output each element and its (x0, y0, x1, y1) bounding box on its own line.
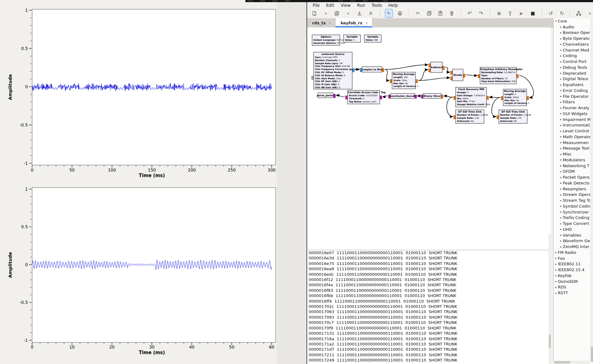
block-port[interactable] (478, 74, 480, 78)
expand-icon[interactable]: ▸ (554, 286, 558, 289)
block-port[interactable] (441, 95, 443, 98)
library-category-filters[interactable]: ▸Filters (553, 99, 593, 105)
flowgraph-block-ma1[interactable]: Moving AverageLength: 10kScale: 100uMax … (392, 72, 416, 89)
expand-icon[interactable]: ▸ (559, 43, 563, 46)
block-port[interactable] (487, 96, 489, 100)
block-port[interactable] (453, 96, 455, 100)
library-category-foo[interactable]: ▸Foo (553, 255, 593, 261)
expand-icon[interactable]: ▸ (554, 263, 558, 266)
expand-icon[interactable]: ▸ (559, 60, 563, 63)
toolbar-overflow-dropdown[interactable]: ▾ (587, 9, 593, 17)
console-panel[interactable]: 0000016e07 11110001100000000000110001 01… (307, 250, 551, 364)
block-port[interactable] (463, 74, 465, 77)
library-category-synchronizer[interactable]: ▸Synchronizer (553, 209, 593, 215)
flowgraph-block-sub[interactable]: Subtract (430, 62, 443, 73)
block-port[interactable] (450, 77, 452, 80)
expand-icon[interactable]: ▸ (554, 251, 558, 254)
reload-button[interactable]: ↺ (547, 9, 554, 17)
expand-icon[interactable]: ▸ (559, 199, 563, 202)
close-button[interactable]: × (367, 9, 374, 17)
library-category-file-operator[interactable]: ▸File Operator (553, 93, 593, 99)
library-category-digital-televi[interactable]: ▸Digital Televi (553, 76, 593, 82)
tab-rds-tx[interactable]: rds_tx × (307, 18, 336, 27)
library-category-channelizers[interactable]: ▸Channelizers (553, 41, 593, 47)
print-button[interactable] (396, 9, 403, 17)
plot-canvas[interactable] (32, 9, 276, 165)
expand-icon[interactable]: ▸ (559, 130, 563, 133)
library-category-control-port[interactable]: ▸Control Port (553, 59, 593, 64)
expand-icon[interactable]: ▸ (559, 153, 563, 156)
expand-icon[interactable]: ▸ (559, 181, 563, 184)
library-category-deprecated[interactable]: ▸Deprecated (553, 70, 593, 76)
expand-icon[interactable]: ▸ (559, 95, 563, 98)
expand-icon[interactable]: ▸ (554, 280, 558, 283)
block-port[interactable] (450, 71, 452, 75)
library-category-debug-tools[interactable]: ▸Debug Tools (553, 64, 593, 70)
block-port[interactable] (382, 68, 384, 72)
library-category-message-tool[interactable]: ▸Message Tool (553, 146, 593, 151)
block-port[interactable] (443, 66, 445, 70)
flowgraph-block-corr[interactable]: Correlate Access Code - TagAccess Code: … (347, 90, 380, 104)
tab-keyfob-rx[interactable]: keyfob_rx × (336, 18, 372, 27)
expand-icon[interactable]: ▸ (559, 176, 563, 179)
block-port[interactable] (416, 79, 418, 83)
library-category-instrumentati[interactable]: ▸Instrumentati (553, 122, 593, 128)
block-port[interactable] (453, 115, 455, 119)
block-port[interactable] (421, 95, 423, 98)
library-category-channel-mod[interactable]: ▸Channel Mod (553, 47, 593, 53)
menu-tools[interactable]: Tools (372, 3, 382, 8)
expand-icon[interactable]: ▸ (559, 112, 563, 115)
redo-button[interactable]: ↷ (477, 9, 484, 17)
library-category-osmosdr[interactable]: ▸OsmoSDR (553, 279, 593, 284)
console-scrollbar[interactable] (549, 234, 551, 364)
expand-icon[interactable]: ▸ (559, 66, 563, 69)
delete-button[interactable] (448, 9, 455, 17)
copy-button[interactable] (426, 9, 433, 17)
library-category-ofdm[interactable]: ▸OFDM (553, 169, 593, 175)
restart-button[interactable]: ↻ (558, 9, 566, 17)
block-port[interactable] (428, 64, 430, 67)
library-category-rstt[interactable]: ▸RSTT (553, 290, 593, 296)
flowgraph-block-options[interactable]: OptionsOutput Language: PythonGenerate O… (312, 35, 340, 46)
library-category-ieee802-11[interactable]: ▸IEEE802.11 (553, 261, 593, 267)
collapse-icon[interactable]: ▾ (554, 19, 558, 23)
open-dropdown[interactable]: ▾ (345, 9, 352, 17)
expand-icon[interactable]: ▸ (559, 147, 563, 150)
expand-icon[interactable]: ▸ (559, 158, 563, 161)
block-port[interactable] (390, 79, 392, 83)
block-port[interactable] (497, 115, 499, 119)
library-category-ieee802-15-4[interactable]: ▸IEEE802.15.4 (553, 267, 593, 273)
library-category-variables[interactable]: ▸Variables (553, 232, 593, 238)
cut-button[interactable]: ✂ (414, 9, 421, 17)
flowgraph-block-crmm[interactable]: Clock Recovery MMOmega: 5Gain Omega: 7.6… (455, 87, 487, 107)
library-category-byte-operato[interactable]: ▸Byte Operato (553, 35, 593, 41)
expand-icon[interactable]: ▸ (559, 228, 563, 231)
block-port[interactable] (380, 96, 382, 99)
library-category-equalizers[interactable]: ▸Equalizers (553, 82, 593, 88)
new-flowgraph-button[interactable] (311, 9, 318, 17)
library-category-trellis-coding[interactable]: ▸Trellis Coding (553, 215, 593, 221)
expand-icon[interactable]: ▸ (559, 124, 563, 127)
library-category-impairment-m[interactable]: ▸Impairment M (553, 117, 593, 122)
library-category-packet-opera[interactable]: ▸Packet Opera (553, 174, 593, 180)
expand-icon[interactable]: ▸ (559, 37, 563, 40)
hierarchy-button[interactable] (575, 9, 582, 17)
expand-icon[interactable]: ▸ (559, 101, 563, 104)
stop-button[interactable]: ■ (529, 9, 536, 17)
expand-icon[interactable]: ▸ (559, 141, 563, 144)
expand-icon[interactable]: ▸ (559, 164, 563, 167)
library-category-keyfob[interactable]: ▸Keyfob (553, 273, 593, 279)
expand-icon[interactable]: ▸ (559, 89, 563, 92)
expand-icon[interactable]: ▸ (559, 83, 563, 86)
menu-edit[interactable]: Edit (326, 3, 334, 8)
library-category-uhd[interactable]: ▸UHD (553, 226, 593, 232)
expand-icon[interactable]: ▸ (559, 54, 563, 57)
errors-button[interactable]: ⊗ (495, 9, 503, 17)
plot-canvas[interactable] (32, 188, 276, 342)
tab-close-icon[interactable]: × (328, 21, 332, 25)
flowgraph-block-manch[interactable]: manchester_decode (390, 93, 415, 99)
library-category-coding[interactable]: ▸Coding (553, 53, 593, 59)
block-port[interactable] (501, 96, 503, 100)
library-hscrollbar[interactable] (553, 361, 590, 364)
probe-button[interactable] (507, 9, 514, 17)
